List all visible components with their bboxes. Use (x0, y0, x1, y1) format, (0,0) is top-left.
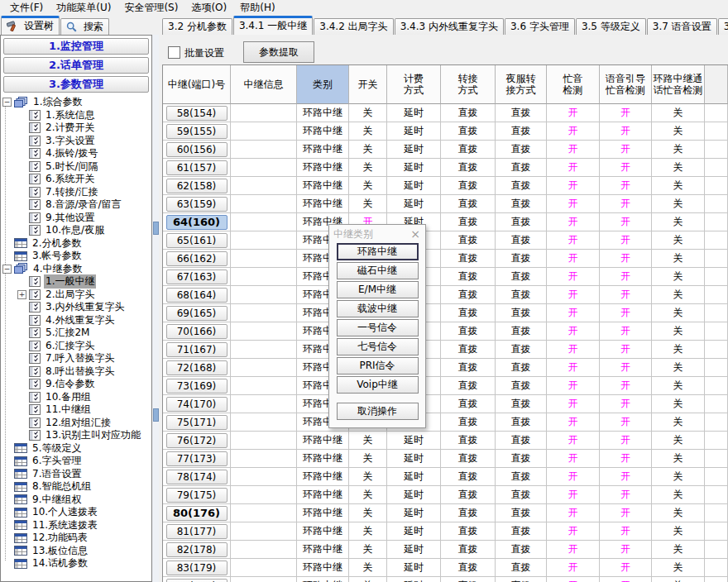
cell-info[interactable] (231, 432, 297, 450)
cell-night[interactable]: 直拨 (496, 304, 547, 322)
batch-setting-checkbox[interactable] (168, 46, 180, 59)
cell-info[interactable] (231, 341, 297, 359)
cell-loop_busy[interactable]: 关 (652, 141, 705, 159)
cell-busy[interactable]: 开 (547, 304, 600, 322)
cell-switch[interactable]: 关 (349, 104, 387, 122)
cell-no[interactable]: 84(180) (163, 577, 231, 582)
cell-no[interactable]: 67(163) (163, 268, 231, 286)
cell-type[interactable]: 环路中继 (297, 141, 349, 159)
close-icon[interactable]: × (410, 228, 420, 240)
cell-billing[interactable]: 延时 (387, 486, 441, 504)
cell-billing[interactable]: 延时 (387, 468, 441, 486)
cell-switch[interactable]: 关 (349, 177, 387, 195)
cell-type[interactable]: 环路中继 (297, 559, 349, 577)
column-header-switch[interactable]: 开关 (349, 65, 387, 104)
cell-night[interactable]: 直拨 (496, 450, 547, 468)
cell-transfer[interactable]: 直拨 (441, 486, 496, 504)
cell-info[interactable] (231, 468, 297, 486)
trunk-port-button[interactable]: 79(175) (166, 488, 228, 503)
cell-night[interactable]: 直拨 (496, 141, 547, 159)
tree-item-12.功能码表[interactable]: 12.功能码表 (1, 532, 151, 545)
cell-busy[interactable]: 开 (547, 377, 600, 395)
trunk-port-button[interactable]: 59(155) (166, 124, 228, 139)
cell-no[interactable]: 79(175) (163, 486, 231, 504)
cell-voice_busy[interactable]: 开 (600, 413, 652, 432)
cell-night[interactable]: 直拨 (496, 231, 547, 250)
menu-item-2[interactable]: 安全管理(S) (117, 0, 184, 17)
cell-type[interactable]: 环路中继 (297, 522, 349, 541)
cell-switch[interactable]: 关 (349, 559, 387, 577)
cell-transfer[interactable]: 直拨 (441, 268, 496, 286)
cell-voice_busy[interactable]: 开 (600, 341, 652, 359)
expander-plus-icon[interactable]: + (17, 290, 26, 299)
cell-busy[interactable]: 开 (547, 577, 600, 582)
trunk-port-button[interactable]: 71(167) (166, 342, 228, 357)
cell-busy[interactable]: 开 (547, 468, 600, 486)
cell-no[interactable]: 58(154) (163, 104, 231, 122)
trunk-port-button[interactable]: 70(166) (166, 324, 228, 339)
tree-item-9.中继组权[interactable]: 9.中继组权 (1, 494, 151, 507)
cell-transfer[interactable]: 直拨 (441, 359, 496, 377)
cell-info[interactable] (231, 359, 297, 377)
cell-info[interactable] (231, 122, 297, 141)
trunk-port-button[interactable]: 69(165) (166, 306, 228, 321)
cell-voice_busy[interactable]: 开 (600, 468, 652, 486)
expander-minus-icon[interactable]: − (2, 98, 12, 107)
cell-transfer[interactable]: 直拨 (441, 122, 496, 141)
trunk-port-button[interactable]: 75(171) (166, 415, 228, 430)
cell-no[interactable]: 74(170) (163, 395, 231, 413)
trunk-port-button[interactable]: 63(159) (166, 197, 228, 212)
cell-busy[interactable]: 开 (547, 486, 600, 504)
cell-no[interactable]: 73(169) (163, 377, 231, 395)
cell-loop_busy[interactable]: 关 (652, 177, 705, 195)
trunk-port-button[interactable]: 66(162) (166, 251, 228, 266)
cell-voice_busy[interactable]: 开 (600, 122, 652, 141)
trunk-port-button[interactable]: 82(178) (166, 542, 228, 557)
cell-billing[interactable]: 延时 (387, 450, 441, 468)
cell-billing[interactable]: 延时 (387, 541, 441, 559)
cell-busy[interactable]: 开 (547, 250, 600, 268)
cell-no[interactable]: 63(159) (163, 195, 231, 213)
tree-item-8.呼出替换字头[interactable]: 8.呼出替换字头 (1, 365, 151, 379)
trunk-port-button[interactable]: 80(176) (166, 506, 228, 521)
cell-switch[interactable]: 关 (349, 122, 387, 141)
cell-night[interactable]: 直拨 (496, 522, 547, 541)
cell-billing[interactable]: 延时 (387, 522, 441, 541)
cell-no[interactable]: 62(158) (163, 177, 231, 195)
cell-type[interactable]: 环路中继 (297, 468, 349, 486)
trunk-type-option-5[interactable]: 七号信令 (337, 338, 419, 355)
cell-night[interactable]: 直拨 (496, 159, 547, 177)
tree-item-5.时长/间隔[interactable]: 5.时长/间隔 (1, 160, 151, 174)
cell-night[interactable]: 直拨 (496, 377, 547, 395)
parameter-tab-1[interactable]: 3.4.1 一般中继 (233, 16, 313, 35)
cell-loop_busy[interactable]: 关 (652, 432, 705, 450)
cell-type[interactable]: 环路中继 (297, 122, 349, 141)
trunk-type-option-4[interactable]: 一号信令 (337, 319, 419, 336)
cell-voice_busy[interactable]: 开 (600, 522, 652, 541)
trunk-port-button[interactable]: 62(158) (166, 179, 228, 193)
cell-night[interactable]: 直拨 (496, 359, 547, 377)
cell-night[interactable]: 直拨 (496, 195, 547, 213)
parameter-tab-6[interactable]: 3.7 语音设置 (647, 18, 717, 35)
cell-night[interactable]: 直拨 (496, 104, 547, 122)
cell-transfer[interactable]: 直拨 (441, 195, 496, 213)
cell-transfer[interactable]: 直拨 (441, 177, 496, 195)
cell-voice_busy[interactable]: 开 (600, 195, 652, 213)
cell-loop_busy[interactable]: 关 (652, 486, 705, 504)
cell-transfer[interactable]: 直拨 (441, 341, 496, 359)
cell-no[interactable]: 59(155) (163, 122, 231, 141)
cell-info[interactable] (231, 159, 297, 177)
cell-night[interactable]: 直拨 (496, 395, 547, 413)
trunk-port-button[interactable]: 68(164) (166, 288, 228, 303)
cell-busy[interactable]: 开 (547, 359, 600, 377)
tree-item-5.汇接2M[interactable]: 5.汇接2M (1, 327, 151, 340)
column-header-info[interactable]: 中继信息 (231, 65, 297, 104)
cell-no[interactable]: 61(157) (163, 159, 231, 177)
cell-transfer[interactable]: 直拨 (441, 377, 496, 395)
cell-voice_busy[interactable]: 开 (600, 231, 652, 250)
cell-switch[interactable]: 关 (349, 450, 387, 468)
cell-transfer[interactable]: 直拨 (441, 231, 496, 250)
tree-item-2.出局字头[interactable]: +2.出局字头 (1, 289, 151, 302)
cell-no[interactable]: 72(168) (163, 359, 231, 377)
cell-voice_busy[interactable]: 开 (600, 141, 652, 159)
